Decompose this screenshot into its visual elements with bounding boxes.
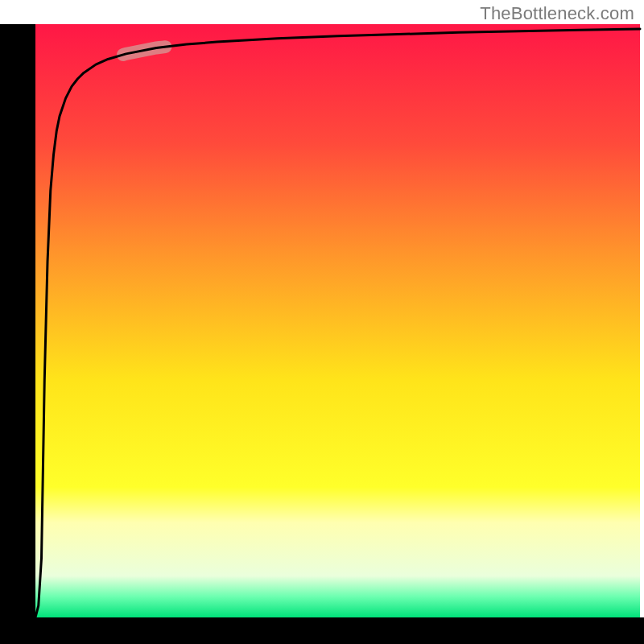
- plot-background: [35, 24, 640, 617]
- axis-bottom: [0, 617, 644, 644]
- attribution-label: TheBottleneck.com: [480, 3, 634, 24]
- axis-left: [0, 24, 35, 644]
- bottleneck-chart: [0, 0, 644, 644]
- chart-container: TheBottleneck.com: [0, 0, 644, 644]
